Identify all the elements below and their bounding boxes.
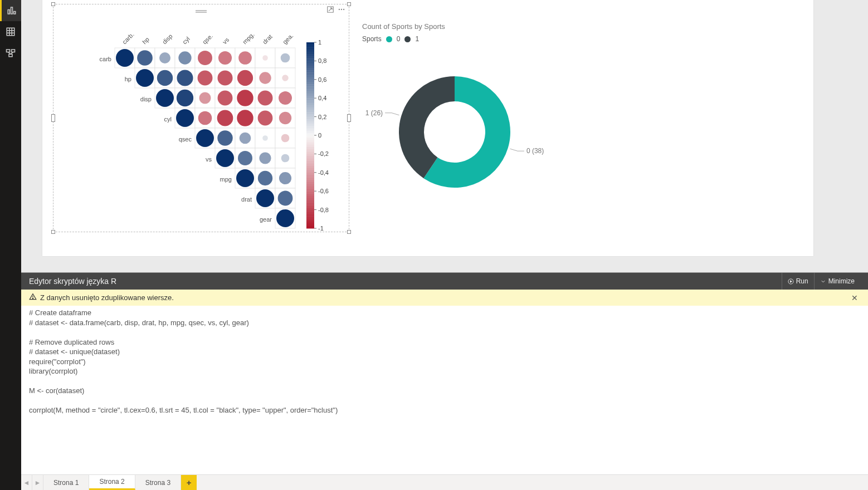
script-panel-title: Edytor skryptów języka R [29, 277, 116, 286]
svg-point-38 [136, 69, 154, 87]
svg-point-52 [282, 75, 289, 81]
svg-rect-191 [306, 191, 314, 194]
data-view-button[interactable] [0, 21, 21, 42]
svg-text:disp: disp [161, 33, 174, 46]
svg-rect-143 [306, 80, 314, 82]
svg-rect-195 [306, 200, 314, 203]
svg-rect-204 [306, 221, 314, 224]
svg-rect-1 [11, 7, 12, 14]
svg-rect-144 [306, 82, 314, 85]
svg-point-76 [258, 111, 273, 126]
donut-visual[interactable]: Count of Sports by Sports Sports 0 1 0 (… [360, 17, 560, 223]
svg-rect-193 [306, 196, 314, 199]
minimize-panel-button[interactable]: Minimize [814, 273, 860, 290]
svg-rect-132 [306, 54, 314, 57]
page-canvas[interactable]: carb.hpdispcylqse.vsmpg.dratgea.carbhpdi… [42, 0, 813, 256]
svg-rect-180 [306, 165, 314, 168]
donut-chart: 0 (38)1 (26) [360, 43, 549, 210]
svg-rect-155 [306, 107, 314, 110]
tab-nav-prev[interactable]: ◄ [21, 475, 32, 490]
r-visual-corrplot[interactable]: carb.hpdispcylqse.vsmpg.dratgea.carbhpdi… [53, 4, 349, 232]
svg-point-102 [279, 172, 291, 184]
svg-text:gea.: gea. [281, 32, 295, 46]
svg-point-104 [256, 189, 274, 207]
svg-rect-187 [306, 182, 314, 185]
resize-handle[interactable] [347, 230, 351, 234]
resize-handle[interactable] [51, 2, 55, 6]
resize-handle[interactable] [51, 230, 55, 234]
svg-rect-202 [306, 217, 314, 219]
svg-rect-182 [306, 170, 314, 173]
svg-point-17 [341, 9, 342, 10]
donut-legend: Sports 0 1 [362, 35, 560, 43]
svg-rect-127 [306, 42, 314, 45]
svg-text:-1: -1 [318, 225, 324, 232]
focus-mode-icon[interactable] [326, 6, 334, 15]
svg-rect-190 [306, 189, 314, 192]
svg-point-54 [156, 89, 174, 107]
warning-icon [29, 293, 37, 302]
corrplot-chart: carb.hpdispcylqse.vsmpg.dratgea.carbhpdi… [53, 4, 349, 232]
svg-point-100 [258, 171, 272, 185]
resize-handle[interactable] [347, 114, 351, 122]
svg-rect-138 [306, 68, 314, 71]
close-warning-button[interactable]: ✕ [849, 293, 860, 302]
svg-rect-156 [306, 110, 314, 112]
svg-point-20 [116, 49, 134, 67]
drag-handle-icon[interactable] [196, 6, 207, 11]
svg-rect-189 [306, 187, 314, 189]
svg-rect-160 [306, 119, 314, 122]
svg-rect-203 [306, 219, 314, 222]
page-tab[interactable]: Strona 2 [89, 475, 135, 490]
svg-text:carb: carb [100, 56, 111, 62]
add-page-button[interactable]: + [181, 475, 197, 490]
view-switcher [0, 0, 21, 490]
resize-handle[interactable] [51, 114, 55, 122]
svg-text:-0,4: -0,4 [318, 169, 329, 176]
report-view-button[interactable] [0, 0, 21, 21]
resize-handle[interactable] [347, 2, 351, 6]
svg-point-28 [198, 51, 212, 65]
svg-rect-185 [306, 177, 314, 180]
svg-rect-197 [306, 205, 314, 208]
svg-rect-142 [306, 77, 314, 80]
r-code-textarea[interactable]: # Create dataframe # dataset <- data.fra… [21, 306, 868, 474]
script-titlebar: Edytor skryptów języka R Run Minimize [21, 273, 868, 290]
svg-rect-135 [306, 61, 314, 63]
svg-rect-177 [306, 159, 314, 161]
svg-text:drat: drat [261, 33, 274, 46]
svg-rect-158 [306, 114, 314, 117]
svg-text:0,8: 0,8 [318, 57, 326, 64]
svg-rect-174 [306, 151, 314, 154]
svg-rect-154 [306, 105, 314, 108]
svg-rect-136 [306, 63, 314, 66]
model-view-button[interactable] [0, 42, 21, 63]
svg-rect-194 [306, 198, 314, 201]
svg-rect-178 [306, 161, 314, 164]
more-options-icon[interactable] [338, 6, 345, 15]
tab-nav-next[interactable]: ► [32, 475, 43, 490]
page-tab[interactable]: Strona 3 [135, 475, 181, 490]
svg-rect-137 [306, 66, 314, 68]
svg-point-44 [198, 71, 213, 86]
svg-text:gear: gear [260, 216, 272, 223]
svg-point-26 [178, 51, 191, 64]
svg-rect-192 [306, 193, 314, 196]
run-script-button[interactable]: Run [782, 273, 814, 290]
svg-marker-232 [790, 280, 792, 282]
page-tabs: ◄ ► Strona 1Strona 2Strona 3 + [21, 474, 868, 490]
svg-point-74 [237, 110, 253, 126]
page-tab[interactable]: Strona 1 [43, 475, 89, 490]
svg-rect-161 [306, 121, 314, 124]
svg-point-234 [32, 298, 33, 298]
svg-rect-184 [306, 175, 314, 178]
svg-rect-152 [306, 100, 314, 103]
svg-text:cyl: cyl [164, 116, 172, 122]
svg-rect-186 [306, 179, 314, 182]
svg-point-58 [199, 92, 211, 104]
svg-point-66 [279, 91, 292, 105]
svg-rect-175 [306, 154, 314, 156]
svg-rect-181 [306, 168, 314, 170]
report-canvas[interactable]: carb.hpdispcylqse.vsmpg.dratgea.carbhpdi… [21, 0, 868, 272]
svg-text:cyl: cyl [181, 35, 191, 45]
